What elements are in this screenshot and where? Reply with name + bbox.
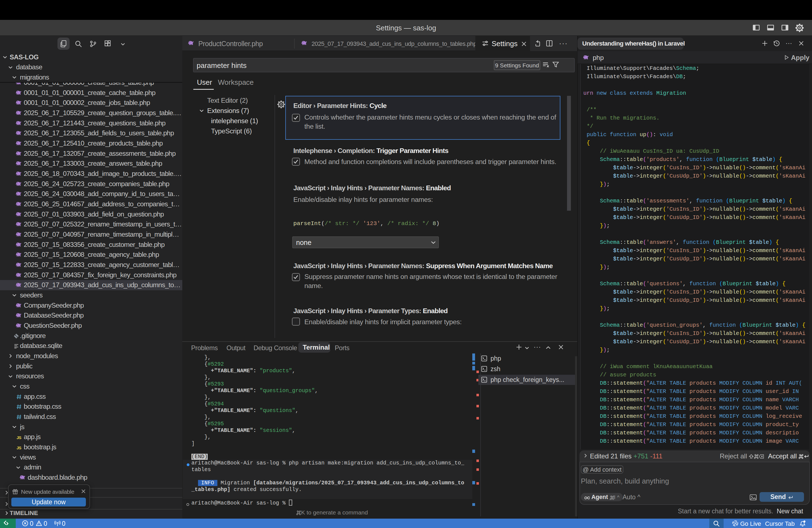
- svg-text:JS: JS: [17, 445, 21, 450]
- svg-text:JS: JS: [17, 435, 21, 440]
